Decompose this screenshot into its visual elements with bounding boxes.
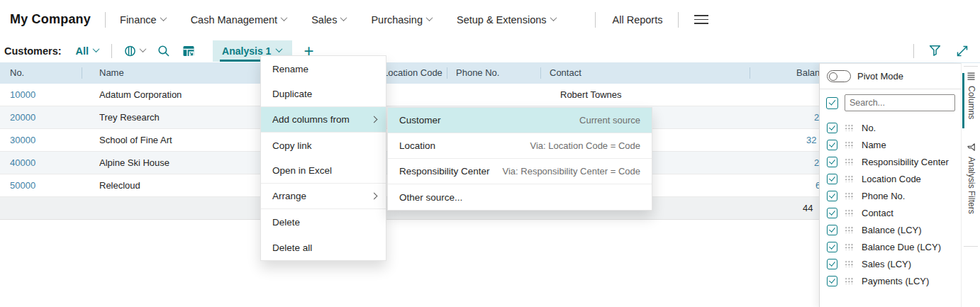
saved-views-dropdown[interactable]: [123, 45, 145, 57]
search-button[interactable]: [157, 45, 170, 57]
column-item-label: Phone No.: [862, 191, 905, 201]
checkbox-checked-icon[interactable]: [827, 276, 837, 286]
nav-menu: Finance Cash Management Sales Purchasing…: [120, 14, 581, 26]
tab-columns[interactable]: Columns: [962, 72, 980, 130]
menu-item-rename[interactable]: Rename: [261, 56, 386, 82]
column-search-input[interactable]: [845, 94, 955, 111]
customer-name: Trey Research: [99, 106, 160, 128]
list-title: Customers:: [4, 45, 62, 57]
customer-balance[interactable]: 32: [806, 129, 816, 151]
menu-item-label: Delete: [272, 217, 300, 228]
toolbar-right-actions: [913, 44, 980, 58]
column-divider[interactable]: [540, 67, 541, 79]
column-header-contact[interactable]: Contact: [550, 62, 581, 84]
select-all-checkbox[interactable]: [826, 97, 838, 109]
checkbox-checked-icon[interactable]: [827, 191, 837, 201]
menu-item-label: Arrange: [272, 191, 306, 201]
checkbox-checked-icon[interactable]: [827, 208, 837, 218]
expand-icon[interactable]: [956, 45, 969, 57]
column-header-phone-no[interactable]: Phone No.: [456, 62, 499, 84]
customer-no-link[interactable]: 40000: [10, 152, 35, 174]
divider: [105, 12, 106, 28]
submenu-item-location[interactable]: LocationVia: Location Code = Code: [388, 133, 652, 159]
checkbox-checked-icon[interactable]: [827, 123, 837, 133]
customer-no-link[interactable]: 10000: [10, 84, 35, 106]
column-header-no[interactable]: No.: [10, 62, 24, 84]
checkbox-checked-icon[interactable]: [827, 242, 837, 252]
submenu-item-other-source[interactable]: Other source...: [388, 184, 652, 210]
column-item-label: Contact: [862, 208, 893, 218]
drag-handle-icon[interactable]: [845, 158, 854, 165]
nav-item-sales[interactable]: Sales: [311, 14, 346, 26]
checkbox-checked-icon[interactable]: [827, 174, 837, 184]
customer-no-link[interactable]: 50000: [10, 174, 35, 196]
submenu-item-detail: Current source: [579, 115, 640, 125]
company-name[interactable]: My Company: [10, 12, 91, 27]
tab-analysis-filters[interactable]: Analysis Filters: [962, 143, 980, 235]
column-item-responsibility-center[interactable]: Responsibility Center: [820, 153, 961, 170]
nav-item-setup-extensions[interactable]: Setup & Extensions: [457, 14, 556, 26]
submenu-item-responsibility-center[interactable]: Responsibility CenterVia: Responsibility…: [388, 159, 652, 184]
menu-item-delete-all[interactable]: Delete all: [261, 235, 386, 260]
nav-item-label: Setup & Extensions: [457, 14, 547, 26]
customer-contact: Robert Townes: [560, 84, 621, 106]
column-item-sales-lcy[interactable]: Sales (LCY): [820, 255, 961, 272]
column-item-phone-no[interactable]: Phone No.: [820, 187, 961, 204]
nav-item-all-reports[interactable]: All Reports: [613, 14, 663, 26]
menu-item-open-in-excel[interactable]: Open in Excel: [261, 158, 386, 184]
column-item-balance-lcy[interactable]: Balance (LCY): [820, 221, 961, 238]
checkbox-checked-icon[interactable]: [827, 140, 837, 150]
total-balance: 44: [803, 197, 813, 219]
checkbox-checked-icon[interactable]: [827, 157, 837, 167]
hamburger-icon[interactable]: [694, 15, 708, 24]
column-item-name[interactable]: Name: [820, 136, 961, 153]
drag-handle-icon[interactable]: [845, 243, 854, 250]
column-item-balance-due-lcy[interactable]: Balance Due (LCY): [820, 238, 961, 255]
customer-no-link[interactable]: 20000: [10, 106, 35, 128]
column-item-contact[interactable]: Contact: [820, 204, 961, 221]
chevron-right-icon: [371, 116, 378, 123]
analyze-button[interactable]: [182, 45, 195, 57]
column-divider[interactable]: [82, 67, 82, 79]
pivot-mode-toggle[interactable]: [827, 70, 851, 82]
menu-item-copy-link[interactable]: Copy link: [261, 133, 386, 158]
nav-item-label: Purchasing: [371, 14, 423, 26]
customer-no-link[interactable]: 30000: [10, 129, 35, 151]
checkbox-checked-icon[interactable]: [827, 259, 837, 269]
drag-handle-icon[interactable]: [845, 141, 854, 148]
nav-item-label: Finance: [120, 14, 157, 26]
view-filter-dropdown[interactable]: All: [76, 45, 99, 57]
column-item-payments-lcy[interactable]: Payments (LCY): [820, 272, 961, 289]
drag-handle-icon[interactable]: [845, 209, 854, 216]
column-header-location-code[interactable]: Location Code: [383, 62, 442, 84]
column-item-label: No.: [862, 123, 876, 133]
menu-item-arrange[interactable]: Arrange: [261, 184, 386, 209]
nav-item-purchasing[interactable]: Purchasing: [371, 14, 432, 26]
menu-item-add-columns-from[interactable]: Add columns from: [261, 107, 386, 133]
drag-handle-icon[interactable]: [845, 175, 854, 182]
submenu-item-customer[interactable]: CustomerCurrent source: [388, 108, 652, 133]
menu-item-duplicate[interactable]: Duplicate: [261, 82, 386, 107]
drag-handle-icon[interactable]: [845, 260, 854, 267]
column-item-no[interactable]: No.: [820, 119, 961, 136]
column-divider[interactable]: [447, 67, 447, 79]
menu-item-delete[interactable]: Delete: [261, 209, 386, 235]
customer-name: Adatum Corporation: [99, 84, 182, 106]
column-item-location-code[interactable]: Location Code: [820, 170, 961, 187]
column-header-name[interactable]: Name: [99, 62, 124, 84]
chevron-down-icon: [276, 45, 283, 52]
chevron-down-icon: [160, 14, 167, 21]
drag-handle-icon[interactable]: [845, 192, 854, 199]
filter-icon[interactable]: [928, 44, 942, 57]
column-divider[interactable]: [750, 67, 750, 79]
nav-item-cash-management[interactable]: Cash Management: [191, 14, 287, 26]
submenu-item-label: Other source...: [399, 192, 462, 203]
drag-handle-icon[interactable]: [845, 124, 854, 131]
drag-handle-icon[interactable]: [845, 277, 854, 284]
menu-item-label: Duplicate: [272, 89, 312, 99]
drag-handle-icon[interactable]: [845, 226, 854, 233]
submenu-item-label: Customer: [399, 115, 441, 125]
submenu-item-label: Location: [399, 140, 435, 151]
checkbox-checked-icon[interactable]: [827, 225, 837, 235]
nav-item-finance[interactable]: Finance: [120, 14, 166, 26]
